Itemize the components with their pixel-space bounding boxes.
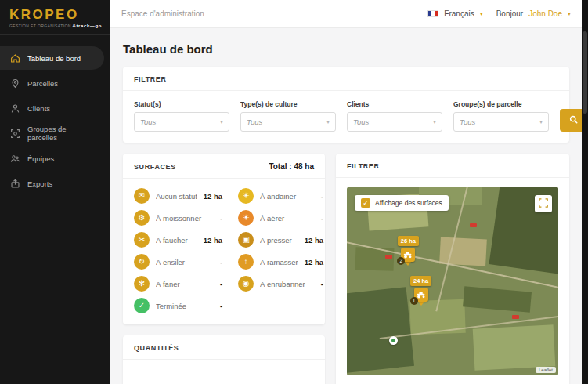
types-culture-select[interactable]: Tous ▾	[240, 112, 336, 132]
sidebar-item-label: Groupes de parcelles	[27, 125, 95, 142]
envelope-status-icon: ✉	[134, 188, 150, 204]
topbar-title: Espace d'administration	[121, 9, 204, 18]
aerate-status-icon: ☀	[238, 210, 254, 226]
filter-card-title: FILTRER	[134, 75, 167, 83]
parcels-group-icon	[9, 128, 20, 139]
greeting-label: Bonjour	[496, 9, 523, 18]
vertical-scrollbar[interactable]	[582, 0, 588, 384]
map-card-title: FILTRER	[347, 162, 380, 170]
chevron-down-icon[interactable]: ▾	[480, 10, 483, 17]
home-icon	[9, 53, 20, 63]
status-row-terminee: ✓ Terminée -	[134, 298, 222, 313]
sidebar-item-label: Parcelles	[27, 79, 58, 88]
chevron-down-icon[interactable]: ▾	[568, 10, 571, 17]
status-row-a-faner: ✻ À faner -	[134, 276, 222, 292]
filter-card: FILTRER Statut(s) Tous ▾ Type(s) de cult…	[123, 67, 569, 143]
divider	[123, 359, 325, 360]
page-title: Tableau de bord	[123, 42, 569, 56]
marker-count-badge: 1	[410, 297, 418, 305]
quantites-card: QUANTITÉS	[123, 335, 325, 384]
clients-select[interactable]: Tous ▾	[347, 112, 442, 132]
marker-count-badge: 2	[397, 257, 405, 265]
map-pin-icon	[9, 78, 20, 89]
sidebar-item-label: Tableau de bord	[27, 54, 81, 63]
harvest-status-icon: ⚙	[134, 210, 150, 226]
chevron-down-icon: ▾	[326, 118, 330, 125]
surface-display-toggle[interactable]: ✓ Affichage des surfaces	[355, 195, 449, 211]
brand-logo[interactable]: KROPEO GESTION ET ORGANISATION &track—go	[0, 0, 110, 35]
main-content: Tableau de bord FILTRER Statut(s) Tous ▾…	[110, 28, 582, 384]
done-check-icon: ✓	[134, 298, 150, 313]
fullscreen-icon	[539, 197, 548, 211]
sidebar-nav: Tableau de bord Parcelles Clients Groupe…	[0, 46, 110, 195]
filter-field-label: Clients	[347, 100, 442, 108]
sidebar-item-label: Équipes	[27, 154, 54, 163]
filter-field-label: Type(s) de culture	[240, 100, 336, 108]
search-button[interactable]: Rechercher	[560, 109, 582, 132]
tractor-icon: 1	[414, 288, 428, 302]
map-terrain-patch	[473, 324, 555, 370]
filter-field-label: Groupe(s) de parcelle	[453, 100, 549, 108]
sidebar-item-groupes-de-parcelles[interactable]: Groupes de parcelles	[0, 121, 104, 145]
windrow-status-icon: ✳	[238, 188, 254, 204]
press-status-icon: ▣	[238, 232, 254, 248]
route-shield-icon	[385, 255, 392, 259]
map-terrain-patch	[347, 287, 414, 373]
ted-status-icon: ✻	[134, 276, 150, 292]
surfaces-card: SURFACES Total : 48 ha ✉ Aucun statut 12…	[123, 154, 325, 324]
silage-status-icon: ↻	[134, 254, 150, 270]
chevron-down-icon: ▾	[433, 118, 436, 125]
sidebar: KROPEO GESTION ET ORGANISATION &track—go…	[0, 0, 110, 384]
sidebar-item-parcelles[interactable]: Parcelles	[0, 71, 104, 95]
status-row-a-andainer: ✳ À andainer -	[238, 188, 323, 204]
parcel-marker[interactable]: 24 ha 1	[410, 276, 431, 306]
user-menu[interactable]: John Doe	[528, 9, 562, 18]
parcel-marker[interactable]: 26 ha 2	[398, 236, 419, 266]
sidebar-item-clients[interactable]: Clients	[0, 96, 104, 120]
language-selector[interactable]: Français	[444, 9, 474, 18]
search-icon	[569, 115, 578, 125]
status-row-a-faucher: ✂ À faucher 12 ha	[134, 232, 222, 248]
map-terrain-patch	[439, 237, 487, 266]
status-row-a-presser: ▣ À presser 12 ha	[238, 232, 323, 248]
route-shield-icon	[470, 223, 477, 227]
sidebar-item-tableau-de-bord[interactable]: Tableau de bord	[0, 46, 104, 70]
brand-name: KROPEO	[9, 7, 101, 23]
map[interactable]: ✓ Affichage des surfaces 26 ha	[347, 187, 558, 375]
map-terrain-patch	[463, 286, 532, 313]
collect-status-icon: ↑	[238, 254, 254, 270]
checkbox-checked-icon[interactable]: ✓	[361, 198, 370, 208]
brand-subtitle: GESTION ET ORGANISATION	[9, 24, 71, 28]
wrap-status-icon: ◉	[238, 276, 254, 292]
tractor-icon: 2	[401, 248, 415, 262]
scrollbar-thumb[interactable]	[583, 31, 587, 114]
sidebar-item-exports[interactable]: Exports	[0, 172, 104, 195]
map-filter-card: FILTRER	[336, 154, 569, 384]
poi-marker[interactable]	[389, 336, 398, 345]
filter-field-label: Statut(s)	[134, 100, 229, 108]
route-shield-icon	[512, 315, 519, 319]
status-row-a-ensiler: ↻ À ensiler -	[134, 254, 222, 270]
sidebar-item-label: Exports	[27, 179, 52, 188]
app-root: KROPEO GESTION ET ORGANISATION &track—go…	[0, 0, 588, 384]
chevron-down-icon: ▾	[539, 118, 543, 125]
status-row-a-moissonner: ⚙ À moissonner -	[134, 210, 222, 226]
status-row-a-enrubanner: ◉ À enrubanner -	[238, 276, 323, 292]
user-icon	[9, 103, 20, 114]
status-row-aucun-statut: ✉ Aucun statut 12 ha	[134, 188, 222, 204]
surfaces-card-title: SURFACES	[134, 163, 176, 171]
team-icon	[9, 153, 20, 164]
topbar: Espace d'administration Français ▾ Bonjo…	[110, 0, 582, 28]
status-row-a-aerer: ☀ À aérer -	[238, 210, 323, 226]
export-icon	[9, 178, 20, 189]
mow-status-icon: ✂	[134, 232, 150, 248]
statuts-select[interactable]: Tous ▾	[134, 112, 229, 132]
sidebar-item-equipes[interactable]: Équipes	[0, 147, 104, 170]
fullscreen-button[interactable]	[535, 195, 552, 212]
brand-product: &track—go	[73, 24, 102, 28]
map-attribution[interactable]: Leaflet	[536, 367, 556, 373]
chevron-down-icon: ▾	[220, 118, 223, 125]
groupes-parcelle-select[interactable]: Tous ▾	[453, 112, 549, 132]
sidebar-item-label: Clients	[27, 104, 50, 113]
surfaces-total: Total : 48 ha	[269, 162, 314, 171]
